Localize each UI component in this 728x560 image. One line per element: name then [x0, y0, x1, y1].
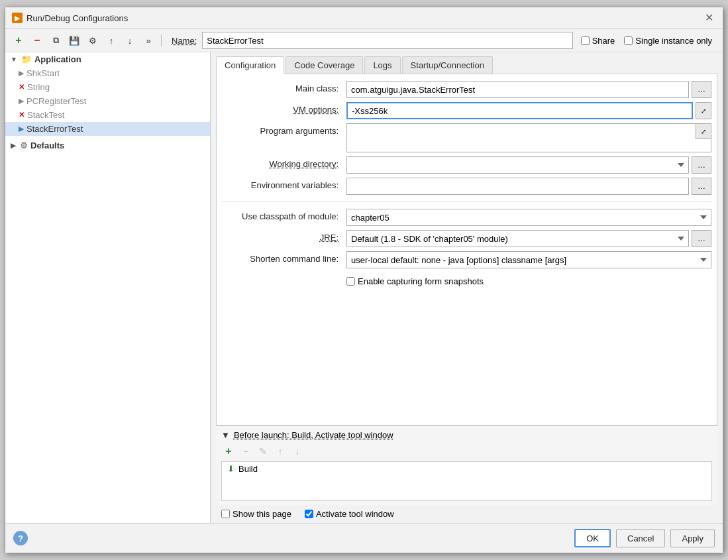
- tree-item-application[interactable]: ▼ 📁 Application: [5, 52, 210, 66]
- tab-configuration-content: Main class: … VM options: ⤢: [216, 74, 717, 425]
- defaults-expand-icon: ▶: [11, 142, 16, 149]
- share-checkbox[interactable]: [581, 36, 590, 45]
- before-launch-collapse-icon[interactable]: ▼: [221, 430, 230, 440]
- working-dir-row: Working directory: …: [222, 156, 711, 174]
- before-launch-section: ▼ Before launch: Build, Activate tool wi…: [216, 425, 717, 505]
- remove-config-button[interactable]: −: [29, 32, 45, 48]
- folder-icon: 📁: [21, 54, 32, 64]
- share-row: Share Single instance only: [581, 36, 717, 46]
- settings-icon: ⚙: [89, 36, 97, 46]
- tab-logs[interactable]: Logs: [364, 56, 400, 74]
- vm-options-wrapper: [346, 102, 693, 119]
- tree-panel: ▼ 📁 Application ▶ ShkStart ✕ String ▶ PC…: [5, 52, 211, 523]
- name-input[interactable]: [202, 32, 572, 49]
- footer-buttons: OK Cancel Apply: [574, 529, 715, 547]
- vm-options-expand-btn[interactable]: ⤢: [696, 102, 711, 119]
- tree-item-stackerrortest[interactable]: ▶ StackErrorTest: [5, 122, 210, 136]
- app-icon-shkstart: ▶: [19, 69, 24, 78]
- defaults-icon: ⚙: [20, 140, 28, 150]
- minus-icon: −: [34, 34, 40, 46]
- move-down-button[interactable]: ↓: [122, 32, 138, 48]
- more-button[interactable]: »: [140, 32, 156, 48]
- plus-icon: +: [15, 34, 21, 46]
- show-this-page-checkbox[interactable]: [221, 510, 230, 518]
- tab-configuration[interactable]: Configuration: [216, 56, 284, 74]
- classpath-dropdown[interactable]: chapter05: [346, 209, 711, 226]
- tree-item-defaults[interactable]: ▶ ⚙ Defaults: [5, 139, 210, 152]
- app-icon-pcregister: ▶: [19, 97, 24, 105]
- share-checkbox-label[interactable]: Share: [581, 36, 615, 46]
- working-dir-label: Working directory:: [222, 156, 341, 169]
- single-instance-checkbox[interactable]: [624, 36, 633, 45]
- tree-item-string[interactable]: ✕ String: [5, 80, 210, 94]
- before-launch-header: ▼ Before launch: Build, Activate tool wi…: [221, 430, 712, 440]
- arrow-up-icon: ↑: [109, 36, 114, 46]
- main-class-browse-btn[interactable]: …: [692, 81, 711, 98]
- run-debug-dialog: ▶ Run/Debug Configurations ✕ + − ⧉ 💾 ⚙ ↑…: [5, 7, 723, 553]
- single-instance-checkbox-label[interactable]: Single instance only: [624, 36, 712, 46]
- show-this-page-label[interactable]: Show this page: [221, 509, 291, 519]
- env-vars-label: Environment variables:: [222, 178, 341, 190]
- copy-config-button[interactable]: ⧉: [48, 32, 64, 48]
- working-dir-control: …: [346, 156, 711, 174]
- cancel-button[interactable]: Cancel: [616, 529, 665, 547]
- tabs: Configuration Code Coverage Logs Startup…: [216, 56, 717, 74]
- tree-item-shkstart[interactable]: ▶ ShkStart: [5, 66, 210, 80]
- before-launch-add-btn[interactable]: +: [221, 444, 236, 459]
- main-class-label: Main class:: [222, 81, 341, 93]
- tab-startup-connection[interactable]: Startup/Connection: [402, 56, 493, 74]
- env-vars-browse-btn[interactable]: …: [692, 178, 711, 195]
- working-dir-dropdown[interactable]: [346, 156, 689, 174]
- jre-label: JRE:: [222, 230, 341, 243]
- main-class-input[interactable]: [346, 81, 689, 98]
- form-snapshots-spacer: [222, 276, 341, 279]
- shorten-cmd-row: Shorten command line: user-local default…: [222, 251, 711, 268]
- program-args-expand-btn[interactable]: ⤢: [696, 123, 711, 139]
- vm-options-control: ⤢: [346, 102, 711, 119]
- before-launch-up-btn[interactable]: ↑: [273, 444, 287, 459]
- jre-dropdown[interactable]: Default (1.8 - SDK of 'chapter05' module…: [346, 230, 689, 247]
- program-args-label: Program arguments:: [222, 123, 341, 136]
- jre-browse-btn[interactable]: …: [692, 230, 711, 247]
- form-snapshots-checkbox[interactable]: [346, 277, 355, 286]
- form-snapshots-control: Enable capturing form snapshots: [346, 276, 711, 286]
- add-config-button[interactable]: +: [11, 32, 26, 48]
- tree-item-stacktest[interactable]: ✕ StackTest: [5, 108, 210, 122]
- copy-icon: ⧉: [53, 35, 59, 46]
- close-button[interactable]: ✕: [702, 11, 716, 25]
- before-launch-down-btn[interactable]: ↓: [290, 444, 305, 459]
- title-bar: ▶ Run/Debug Configurations ✕: [5, 7, 723, 29]
- dialog-icon: ▶: [12, 13, 23, 23]
- env-vars-row: Environment variables: …: [222, 178, 711, 195]
- before-launch-remove-btn[interactable]: −: [238, 444, 253, 459]
- shorten-cmd-dropdown[interactable]: user-local default: none - java [options…: [346, 251, 711, 268]
- before-launch-list: ⬇ Build: [221, 461, 712, 501]
- before-launch-edit-btn[interactable]: ✎: [256, 444, 270, 459]
- jre-row: JRE: Default (1.8 - SDK of 'chapter05' m…: [222, 230, 711, 247]
- build-icon: ⬇: [227, 464, 234, 474]
- form-snapshots-label[interactable]: Enable capturing form snapshots: [346, 276, 484, 286]
- help-button[interactable]: ?: [13, 531, 28, 545]
- before-launch-build-item[interactable]: ⬇ Build: [222, 462, 711, 476]
- ok-button[interactable]: OK: [574, 529, 611, 547]
- save-icon: 💾: [69, 36, 79, 46]
- env-vars-input[interactable]: [346, 178, 689, 195]
- shorten-cmd-label: Shorten command line:: [222, 251, 341, 264]
- right-panel: Configuration Code Coverage Logs Startup…: [211, 52, 723, 523]
- working-dir-browse-btn[interactable]: …: [692, 156, 711, 174]
- program-args-control: ⤢: [346, 123, 711, 152]
- name-label: Name:: [172, 36, 197, 46]
- vm-options-input[interactable]: [346, 102, 693, 119]
- save-config-button[interactable]: 💾: [66, 32, 82, 48]
- settings-button[interactable]: ⚙: [85, 32, 101, 48]
- activate-tool-window-checkbox[interactable]: [305, 510, 313, 518]
- more-icon: »: [146, 36, 150, 46]
- tree-item-pcregistertest[interactable]: ▶ PCRegisterTest: [5, 94, 210, 108]
- program-args-input[interactable]: [346, 123, 711, 152]
- activate-tool-window-label[interactable]: Activate tool window: [305, 509, 394, 519]
- tab-code-coverage[interactable]: Code Coverage: [286, 56, 363, 74]
- apply-button[interactable]: Apply: [670, 529, 715, 547]
- program-args-row: Program arguments: ⤢: [222, 123, 711, 152]
- vm-options-row: VM options: ⤢: [222, 102, 711, 119]
- move-up-button[interactable]: ↑: [103, 32, 119, 48]
